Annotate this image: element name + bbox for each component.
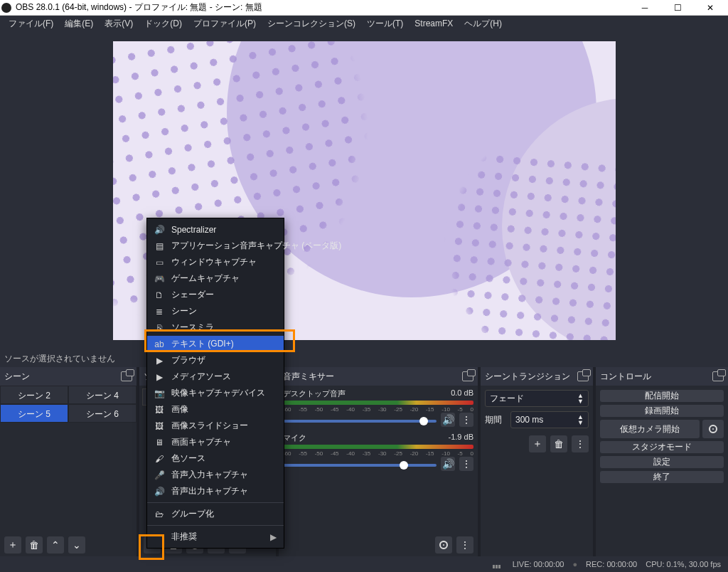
transition-menu-button[interactable]: ⋮: [572, 435, 589, 452]
select-spinner-icon: ▲▼: [577, 393, 584, 404]
start-recording-button[interactable]: 録画開始: [600, 405, 724, 417]
popout-icon[interactable]: [712, 371, 724, 381]
menu-item[interactable]: シーンコレクション(S): [262, 16, 361, 31]
scene-item[interactable]: シーン 5: [0, 404, 68, 423]
menu-item[interactable]: 📷映像キャプチャデバイス: [147, 385, 284, 401]
live-timer: LIVE: 00:00:00: [513, 560, 564, 568]
chevron-right-icon: ▶: [270, 532, 277, 542]
volume-slider[interactable]: [283, 420, 437, 423]
menu-item[interactable]: 🗁グループ化: [147, 506, 284, 522]
menu-item-label: 音声入力キャプチャ: [171, 469, 248, 481]
menu-item[interactable]: 編集(E): [59, 16, 99, 31]
menu-item-label: アプリケーション音声キャプチャ (ベータ版): [171, 240, 341, 252]
start-virtual-cam-button[interactable]: 仮想カメラ開始: [600, 420, 700, 438]
scenes-panel: シーン シーン 2シーン 4シーン 5シーン 6 ＋ 🗑 ⌃ ⌄: [0, 367, 136, 556]
channel-menu-button[interactable]: ⋮: [459, 457, 473, 471]
menu-item[interactable]: 非推奨▶: [147, 529, 284, 545]
menu-item[interactable]: 🖼画像: [147, 401, 284, 418]
duration-label: 期間: [485, 414, 506, 426]
scene-up-button[interactable]: ⌃: [47, 536, 64, 554]
menu-item[interactable]: 🖼画像スライドショー: [147, 418, 284, 434]
menu-item-label: 色ソース: [171, 452, 205, 465]
menu-item[interactable]: abテキスト (GDI+): [147, 336, 284, 352]
menu-item[interactable]: ⎘ソースミラ: [147, 319, 284, 336]
menu-item-icon: ▤: [154, 241, 164, 251]
add-transition-button[interactable]: ＋: [529, 435, 546, 452]
menu-item-icon: ▶: [154, 356, 164, 366]
menu-item[interactable]: 🔊音声出力キャプチャ: [147, 483, 284, 499]
menu-item-label: メディアソース: [171, 371, 231, 383]
transition-select[interactable]: フェード ▲▼: [485, 390, 589, 407]
menu-item[interactable]: ヘルプ(H): [459, 16, 508, 31]
speaker-icon[interactable]: 🔊: [441, 413, 455, 427]
app-icon: [1, 3, 11, 13]
scene-item[interactable]: シーン 4: [68, 386, 136, 404]
menu-item[interactable]: 🔊Spectralizer: [147, 221, 284, 238]
popout-icon[interactable]: [121, 371, 132, 381]
scene-down-button[interactable]: ⌄: [68, 536, 85, 554]
menu-item-icon: 🖼: [154, 421, 164, 431]
menu-item[interactable]: プロファイル(P): [188, 16, 262, 31]
remove-transition-button[interactable]: 🗑: [550, 435, 567, 452]
menu-item-label: 映像キャプチャデバイス: [171, 387, 265, 399]
menu-item[interactable]: ファイル(F): [3, 16, 59, 31]
menu-item-icon: 🖌: [154, 454, 164, 464]
menu-item-icon: ≣: [154, 307, 164, 317]
mixer-header: 音声ミキサー: [279, 367, 478, 386]
scene-item[interactable]: シーン 6: [68, 404, 136, 423]
minimize-button[interactable]: ─: [628, 0, 661, 16]
menu-item[interactable]: 🎮ゲームキャプチャ: [147, 270, 284, 287]
scenes-footer: ＋ 🗑 ⌃ ⌄: [0, 534, 136, 556]
menu-item-icon: 🎮: [154, 274, 164, 284]
menu-item[interactable]: ツール(T): [361, 16, 409, 31]
menu-item[interactable]: 🗋シェーダー: [147, 287, 284, 303]
menu-item-icon: ▶: [154, 372, 164, 382]
menu-item[interactable]: ▶メディアソース: [147, 369, 284, 385]
speaker-icon[interactable]: 🔊: [441, 457, 455, 471]
studio-mode-button[interactable]: スタジオモード: [600, 441, 724, 453]
virtual-cam-settings-button[interactable]: [702, 420, 724, 438]
volume-slider[interactable]: [283, 464, 437, 467]
menu-item[interactable]: ≣シーン: [147, 303, 284, 319]
vu-meter: [283, 445, 473, 449]
duration-input[interactable]: 300 ms ▲▼: [510, 411, 589, 428]
remove-scene-button[interactable]: 🗑: [26, 536, 43, 554]
mixer-menu-button[interactable]: ⋮: [456, 536, 473, 554]
menu-item[interactable]: StreamFX: [409, 17, 459, 30]
menu-item-icon: 🗋: [154, 290, 164, 300]
transitions-header: シーントランジション: [481, 367, 593, 386]
menu-item-label: グループ化: [171, 508, 214, 520]
menu-item[interactable]: 表示(V): [99, 16, 139, 31]
menu-item-label: 非推奨: [171, 531, 197, 543]
mixer-channel-desktop: デスクトップ音声0.0 dB -60-55-50-45-40-35-30-25-…: [283, 388, 473, 427]
scene-item[interactable]: シーン 2: [0, 386, 68, 404]
menu-item-label: Spectralizer: [171, 225, 216, 235]
menu-item[interactable]: 🎤音声入力キャプチャ: [147, 467, 284, 483]
menu-item-label: ウィンドウキャプチャ: [171, 256, 257, 268]
audio-mixer-panel: 音声ミキサー デスクトップ音声0.0 dB -60-55-50-45-40-35…: [279, 367, 478, 556]
popout-icon[interactable]: [462, 371, 473, 381]
add-scene-button[interactable]: ＋: [4, 536, 21, 554]
start-streaming-button[interactable]: 配信開始: [600, 390, 724, 402]
close-button[interactable]: ✕: [694, 0, 727, 16]
menu-item[interactable]: 🖥画面キャプチャ: [147, 434, 284, 450]
menu-item[interactable]: 🖌色ソース: [147, 450, 284, 467]
settings-button[interactable]: 設定: [600, 456, 724, 468]
menu-item-icon: 🖼: [154, 405, 164, 415]
menu-item-label: 画面キャプチャ: [171, 436, 231, 448]
maximize-button[interactable]: ☐: [661, 0, 694, 16]
controls-panel: コントロール 配信開始 録画開始 仮想カメラ開始 スタジオモード 設定 終了: [596, 367, 728, 556]
menu-item-icon: ab: [154, 339, 164, 349]
menu-item[interactable]: ドック(D): [139, 16, 188, 31]
menu-item[interactable]: ▭ウィンドウキャプチャ: [147, 254, 284, 270]
popout-icon[interactable]: [577, 371, 589, 381]
menu-item[interactable]: ▤アプリケーション音声キャプチャ (ベータ版): [147, 238, 284, 254]
menu-item-label: テキスト (GDI+): [171, 338, 234, 350]
mixer-settings-button[interactable]: [435, 536, 452, 554]
menu-item-label: 画像: [171, 403, 188, 415]
channel-menu-button[interactable]: ⋮: [459, 413, 473, 427]
menu-item-label: 画像スライドショー: [171, 420, 248, 432]
menu-item[interactable]: ▶ブラウザ: [147, 352, 284, 369]
menu-item-label: ブラウザ: [171, 354, 205, 366]
exit-button[interactable]: 終了: [600, 471, 724, 483]
